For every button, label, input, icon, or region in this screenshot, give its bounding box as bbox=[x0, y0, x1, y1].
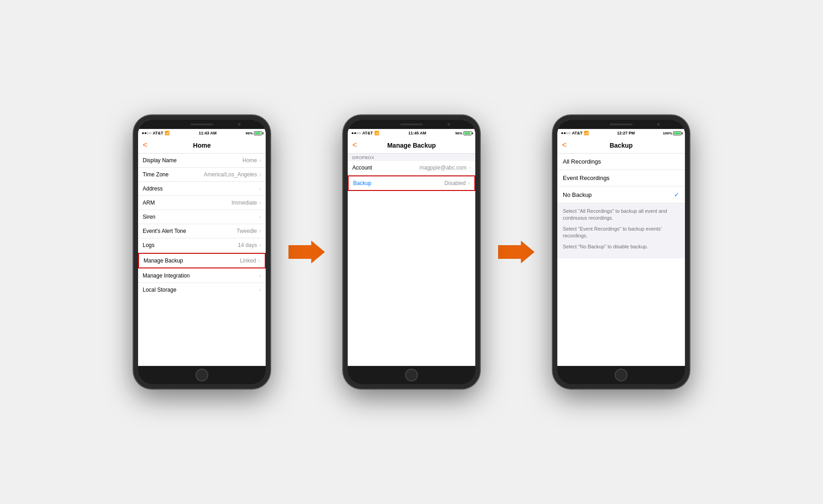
nav-title-3: Backup bbox=[610, 142, 633, 149]
chevron-icon: › bbox=[469, 165, 471, 171]
chevron-icon: › bbox=[259, 242, 261, 248]
list-item-value: Home › bbox=[242, 157, 261, 164]
list-item-value: Tweedle › bbox=[237, 228, 261, 234]
time-1: 11:43 AM bbox=[199, 131, 216, 135]
home-button-3[interactable] bbox=[615, 369, 628, 381]
status-bar-3: ●●○○ AT&T 📶 12:27 PM 100% bbox=[557, 129, 685, 137]
phone-3: ●●○○ AT&T 📶 12:27 PM 100% < Backup All bbox=[553, 115, 689, 389]
list-item[interactable]: ARM Immediate › bbox=[138, 196, 266, 210]
backup-option-item[interactable]: No Backup ✓ bbox=[557, 186, 685, 203]
list-item-value: America/Los_Angeles › bbox=[204, 171, 261, 178]
wifi-icon-2: 📶 bbox=[374, 131, 379, 135]
list-item-value: Linked › bbox=[240, 257, 260, 264]
chevron-icon: › bbox=[259, 171, 261, 178]
back-button-3[interactable]: < bbox=[562, 140, 567, 150]
description-text: Select "No Backup" to disable backup. bbox=[563, 243, 679, 250]
description-text: Select "All Recordings" to backup all ev… bbox=[563, 208, 679, 222]
svg-marker-0 bbox=[288, 241, 325, 263]
arrow-1 bbox=[288, 238, 325, 266]
list-item-value: › bbox=[258, 185, 261, 192]
chevron-icon: › bbox=[259, 287, 261, 293]
nav-title-2: Manage Backup bbox=[387, 142, 436, 149]
chevron-icon: › bbox=[258, 257, 260, 264]
nav-title-1: Home bbox=[193, 142, 211, 149]
list-item-value: 14 days › bbox=[238, 242, 261, 248]
list-item-label: Manage Integration bbox=[143, 273, 190, 279]
recordings-list: All Recordings Event Recordings No Backu… bbox=[557, 154, 685, 366]
list-item-label: Logs bbox=[143, 242, 154, 248]
time-2: 11:45 AM bbox=[408, 131, 426, 135]
list-item[interactable]: Logs 14 days › bbox=[138, 238, 266, 252]
list-item-label: Time Zone bbox=[143, 171, 169, 178]
option-label: All Recordings bbox=[563, 158, 601, 165]
carrier-1: ●●○○ AT&T bbox=[142, 131, 163, 135]
back-button-2[interactable]: < bbox=[352, 140, 357, 150]
phone-1: ●●○○ AT&T 📶 11:43 AM 96% < Home Display bbox=[134, 115, 270, 389]
list-item-label: Display Name bbox=[143, 157, 177, 164]
status-bar-1: ●●○○ AT&T 📶 11:43 AM 96% bbox=[138, 129, 266, 137]
battery-text-2: 96% bbox=[455, 131, 463, 135]
chevron-icon: › bbox=[259, 200, 261, 206]
nav-bar-3: < Backup bbox=[557, 137, 685, 154]
chevron-icon: › bbox=[468, 180, 470, 186]
back-button-1[interactable]: < bbox=[143, 140, 148, 150]
list-item[interactable]: Event's Alert Tone Tweedle › bbox=[138, 224, 266, 238]
list-item-value: › bbox=[258, 214, 261, 220]
backup-option-item[interactable]: All Recordings bbox=[557, 154, 685, 170]
list-item-value: Immediate › bbox=[231, 200, 261, 206]
list-item[interactable]: Address › bbox=[138, 182, 266, 196]
carrier-3: ●●○○ AT&T bbox=[561, 131, 582, 135]
scene: ●●○○ AT&T 📶 11:43 AM 96% < Home Display bbox=[115, 97, 708, 407]
chevron-icon: › bbox=[259, 157, 261, 164]
list-item-value: Disabled › bbox=[444, 180, 470, 186]
list-item[interactable]: Manage Backup Linked › bbox=[138, 253, 266, 268]
arrow-2 bbox=[498, 238, 535, 266]
phone-2: ●●○○ AT&T 📶 11:45 AM 96% < Manage Backup… bbox=[343, 115, 480, 389]
description-text: Select "Event Recordings" to backup even… bbox=[563, 226, 679, 240]
chevron-icon: › bbox=[259, 273, 261, 279]
chevron-icon: › bbox=[259, 185, 261, 192]
status-bar-2: ●●○○ AT&T 📶 11:45 AM 96% bbox=[348, 129, 475, 137]
list-item[interactable]: Display Name Home › bbox=[138, 154, 266, 168]
nav-bar-1: < Home bbox=[138, 137, 266, 154]
home-button-2[interactable] bbox=[405, 369, 418, 381]
backup-option-item[interactable]: Event Recordings bbox=[557, 170, 685, 186]
option-label: Event Recordings bbox=[563, 175, 610, 181]
list-item-value: › bbox=[258, 273, 261, 279]
wifi-icon-1: 📶 bbox=[165, 131, 170, 135]
checkmark-icon: ✓ bbox=[674, 191, 679, 198]
list-item-value: magppie@abc.com › bbox=[419, 165, 471, 171]
list-item-label: Local Storage bbox=[143, 287, 176, 293]
chevron-icon: › bbox=[259, 228, 261, 234]
list-item-label: Account bbox=[352, 165, 372, 171]
backup-list: DROPBOX Account magppie@abc.com › Backup… bbox=[348, 154, 475, 366]
list-item[interactable]: Manage Integration › bbox=[138, 269, 266, 283]
time-3: 12:27 PM bbox=[617, 131, 635, 135]
list-item[interactable]: Time Zone America/Los_Angeles › bbox=[138, 168, 266, 182]
list-item[interactable]: Account magppie@abc.com › bbox=[348, 161, 475, 175]
home-list: Display Name Home › Time Zone America/Lo… bbox=[138, 154, 266, 366]
list-item-label: Manage Backup bbox=[144, 257, 183, 264]
battery-text-1: 96% bbox=[246, 131, 253, 135]
carrier-2: ●●○○ AT&T bbox=[351, 131, 373, 135]
battery-text-3: 100% bbox=[663, 131, 672, 135]
home-button-1[interactable] bbox=[195, 369, 208, 381]
list-item-label: ARM bbox=[143, 200, 155, 206]
option-label: No Backup bbox=[563, 191, 592, 198]
svg-marker-1 bbox=[498, 241, 535, 263]
nav-bar-2: < Manage Backup bbox=[348, 137, 475, 154]
wifi-icon-3: 📶 bbox=[584, 131, 589, 135]
list-item-value: › bbox=[258, 287, 261, 293]
section-header: DROPBOX bbox=[348, 154, 475, 161]
list-item-label: Event's Alert Tone bbox=[143, 228, 186, 234]
list-item[interactable]: Local Storage › bbox=[138, 283, 266, 297]
list-item-label: Backup bbox=[353, 180, 371, 186]
list-item-label: Address bbox=[143, 185, 163, 192]
list-item-label: Siren bbox=[143, 214, 155, 220]
chevron-icon: › bbox=[259, 214, 261, 220]
list-item[interactable]: Siren › bbox=[138, 210, 266, 224]
list-item[interactable]: Backup Disabled › bbox=[348, 175, 475, 191]
